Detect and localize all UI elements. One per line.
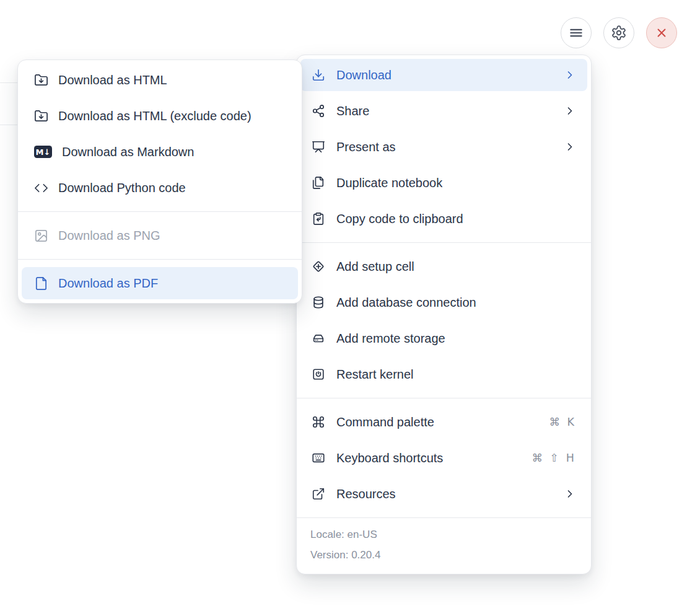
menu-item-label: Add database connection [336,296,576,310]
markdown-icon: M↓ [34,146,52,158]
version-text: Version: 0.20.4 [310,545,577,565]
gear-icon [611,25,627,41]
menu-separator [297,398,591,398]
submenu-item-label: Download as PNG [58,229,286,243]
menu-item-resources[interactable]: Resources [300,478,587,510]
menu-item-add-setup-cell[interactable]: Add setup cell [300,250,587,283]
menu-item-share[interactable]: Share [300,95,587,127]
shortcut-hint: ⌘ K [549,416,576,428]
menu-item-label: Copy code to clipboard [336,212,576,226]
menu-item-command-palette[interactable]: Command palette ⌘ K [300,406,587,438]
chevron-right-icon [564,105,576,117]
menu-separator [297,242,591,243]
power-square-icon [312,367,325,381]
download-submenu: Download as HTML Download as HTML (exclu… [17,59,302,304]
submenu-item-download-png[interactable]: Download as PNG [22,219,298,252]
menu-separator [18,211,302,212]
folder-down-icon [34,109,48,123]
settings-button[interactable] [603,17,634,48]
close-button[interactable] [646,17,677,48]
menu-item-label: Present as [336,140,553,154]
menu-item-label: Command palette [336,415,538,429]
diamond-plus-icon [312,260,325,273]
page-divider-line [0,125,17,125]
folder-down-icon [34,73,48,87]
image-icon [34,229,48,243]
menu-item-label: Keyboard shortcuts [336,451,521,465]
shortcut-hint: ⌘ ⇧ H [532,452,576,464]
submenu-item-download-pdf[interactable]: Download as PDF [22,267,298,299]
locale-text: Locale: en-US [310,524,577,545]
menu-item-copy-code[interactable]: Copy code to clipboard [300,203,587,235]
menu-item-add-remote-storage[interactable]: Add remote storage [300,322,587,354]
menu-item-label: Add remote storage [336,332,576,346]
menu-item-duplicate-notebook[interactable]: Duplicate notebook [300,167,587,199]
download-icon [312,68,325,82]
main-menu: Download Share Present as [296,55,592,574]
chevron-right-icon [564,488,576,500]
presentation-icon [312,140,325,154]
page-divider-line [0,82,17,83]
menu-item-add-database-connection[interactable]: Add database connection [300,286,587,319]
menu-item-label: Download [336,68,553,82]
database-icon [312,296,325,309]
file-icon [34,276,48,291]
chevron-right-icon [564,141,576,153]
clipboard-copy-icon [312,212,325,226]
menu-item-label: Resources [336,487,553,501]
menu-separator [18,259,302,260]
command-icon [312,415,325,429]
submenu-item-download-html-exclude-code[interactable]: Download as HTML (exclude code) [22,100,298,132]
menu-item-label: Restart kernel [336,367,576,382]
menu-footer: Locale: en-US Version: 0.20.4 [297,518,591,574]
submenu-item-download-html[interactable]: Download as HTML [22,64,298,96]
submenu-item-label: Download as HTML [58,73,286,87]
menu-item-label: Duplicate notebook [336,176,576,190]
submenu-item-label: Download Python code [58,181,286,195]
share-icon [312,104,325,118]
menu-item-keyboard-shortcuts[interactable]: Keyboard shortcuts ⌘ ⇧ H [300,442,587,474]
keyboard-icon [312,451,325,465]
close-icon [654,25,670,41]
submenu-item-download-markdown[interactable]: M↓ Download as Markdown [22,136,298,168]
code-icon [34,181,48,195]
menu-item-restart-kernel[interactable]: Restart kernel [300,358,587,390]
menu-item-label: Share [336,104,553,118]
menu-item-present-as[interactable]: Present as [300,131,587,163]
submenu-item-download-python-code[interactable]: Download Python code [22,172,298,204]
submenu-item-label: Download as Markdown [62,145,286,159]
menu-button[interactable] [561,17,592,48]
hamburger-icon [568,25,584,41]
menu-item-label: Add setup cell [336,260,576,274]
menu-item-download[interactable]: Download [300,59,587,91]
external-link-icon [312,487,325,501]
submenu-item-label: Download as PDF [58,276,286,291]
app-screen: Download Share Present as [0,0,700,611]
notebook-actions-toolbar [561,17,677,48]
chevron-right-icon [564,69,576,81]
duplicate-files-icon [312,176,325,190]
hard-drive-icon [312,332,325,345]
submenu-item-label: Download as HTML (exclude code) [58,109,286,123]
